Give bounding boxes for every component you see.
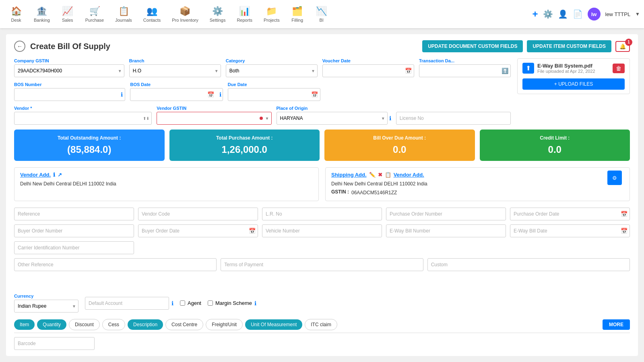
update-item-custom-fields-button[interactable]: UPDATE ITEM CUSTOM FIELDS bbox=[527, 40, 611, 52]
user-menu-chevron[interactable]: ▼ bbox=[635, 11, 640, 17]
carrier-id-input[interactable] bbox=[14, 241, 134, 254]
po-date-input[interactable] bbox=[510, 208, 630, 220]
default-account-info-icon[interactable]: ℹ bbox=[171, 300, 173, 306]
tab-itc-claim[interactable]: ITC claim bbox=[305, 319, 337, 330]
total-outstanding-value: (85,884.0) bbox=[21, 144, 158, 155]
tab-freight-unit[interactable]: Freight/Unit bbox=[206, 319, 243, 330]
transaction-date-upload-icon[interactable]: ⬆️ bbox=[502, 68, 508, 74]
branch-label: Branch bbox=[129, 58, 221, 63]
tab-item[interactable]: Item bbox=[14, 319, 35, 330]
extra-fields-row-3 bbox=[14, 258, 630, 271]
other-reference-input[interactable] bbox=[14, 258, 217, 271]
nav-contacts[interactable]: 👥 Contacts bbox=[138, 6, 166, 23]
credit-limit-value: 0.0 bbox=[486, 144, 624, 155]
tab-unit-of-measurement[interactable]: Unit Of Measurement bbox=[245, 319, 302, 330]
place-of-origin-info-icon[interactable]: ℹ bbox=[389, 115, 391, 121]
branch-select[interactable]: H.O bbox=[129, 64, 221, 77]
bos-date-label: BOS Date bbox=[130, 82, 223, 87]
nav-settings[interactable]: ⚙️ Settings bbox=[204, 6, 231, 23]
currency-select[interactable]: Indian Rupee bbox=[14, 300, 78, 313]
eway-bill-date-calendar-icon[interactable]: 📅 bbox=[621, 228, 627, 234]
nav-purchase[interactable]: 🛒 Purchase bbox=[80, 6, 109, 23]
desk-icon: 🏠 bbox=[11, 6, 22, 16]
due-date-calendar-icon[interactable]: 📅 bbox=[311, 91, 318, 98]
more-button[interactable]: MORE bbox=[603, 319, 630, 330]
vendor-input[interactable]: ASHISH bbox=[14, 112, 152, 125]
transaction-date-input-wrapper: 22/04/2022 ⬆️ bbox=[419, 64, 511, 77]
eway-bill-date-input[interactable] bbox=[510, 224, 630, 237]
add-button[interactable]: + bbox=[532, 8, 538, 20]
category-select[interactable]: Both bbox=[226, 64, 318, 77]
po-number-input[interactable] bbox=[386, 208, 506, 220]
nav-pro-inventory[interactable]: 📦 Pro Inventory bbox=[166, 6, 204, 23]
document-icon[interactable]: 📄 bbox=[573, 9, 583, 19]
tab-description[interactable]: Description bbox=[128, 319, 163, 330]
lr-no-input[interactable] bbox=[262, 208, 382, 220]
gear-icon[interactable]: ⚙️ bbox=[543, 9, 553, 19]
nav-reports[interactable]: 📊 Reports bbox=[231, 6, 258, 23]
barcode-input[interactable] bbox=[14, 337, 95, 350]
default-account-input[interactable] bbox=[85, 297, 169, 310]
nav-projects[interactable]: 📁 Projects bbox=[258, 6, 285, 23]
tab-discount[interactable]: Discount bbox=[69, 319, 100, 330]
place-of-origin-select[interactable]: HARYANA bbox=[277, 112, 388, 125]
transaction-date-input[interactable]: 22/04/2022 bbox=[419, 64, 511, 77]
tab-cess[interactable]: Cess bbox=[102, 319, 125, 330]
vendor-address-info-icon[interactable]: ℹ bbox=[53, 172, 55, 178]
nav-desk[interactable]: 🏠 Desk bbox=[4, 6, 28, 23]
nav-filling[interactable]: 🗂️ Filling bbox=[285, 6, 310, 23]
buyer-order-date-calendar-icon[interactable]: 📅 bbox=[249, 228, 256, 234]
license-no-input[interactable] bbox=[396, 112, 511, 125]
shipping-address-copy-icon[interactable]: 📋 bbox=[385, 172, 391, 178]
shipping-address-delete-icon[interactable]: ✖ bbox=[378, 172, 382, 178]
nav-filling-label: Filling bbox=[291, 18, 303, 23]
avatar-initials: lw bbox=[591, 11, 597, 17]
vendor-address-link[interactable]: Vendor Add. bbox=[20, 172, 51, 178]
company-gstin-select[interactable]: 29AADCK7940H000 bbox=[14, 64, 124, 77]
bos-number-group: BOS Number BOS/9382 ℹ bbox=[14, 82, 125, 101]
upload-files-button[interactable]: + UPLOAD FILES bbox=[522, 78, 625, 90]
due-date-input[interactable]: 02/05/2022 bbox=[228, 88, 320, 101]
bos-number-info-icon[interactable]: ℹ bbox=[121, 91, 123, 98]
form-row-2: BOS Number BOS/9382 ℹ BOS Date 22/04/202… bbox=[14, 82, 511, 101]
bos-number-input[interactable]: BOS/9382 bbox=[14, 88, 125, 101]
po-date-calendar-icon[interactable]: 📅 bbox=[621, 211, 627, 217]
custom-input[interactable] bbox=[427, 258, 630, 271]
vehicle-number-input[interactable] bbox=[262, 224, 382, 237]
currency-label: Currency bbox=[14, 294, 78, 298]
file-delete-button[interactable]: 🗑 bbox=[613, 64, 625, 73]
tab-cost-centre[interactable]: Cost Centre bbox=[165, 319, 203, 330]
settings-float-button[interactable]: ⚙ bbox=[607, 171, 622, 185]
vendor-group: Vendor * ASHISH ⬆⬇ bbox=[14, 106, 152, 125]
nav-journals[interactable]: 📋 Journals bbox=[109, 6, 138, 23]
nav-banking[interactable]: 🏦 Banking bbox=[28, 6, 56, 23]
terms-of-payment-input[interactable] bbox=[221, 258, 423, 271]
vendor-gstin-input[interactable]: 06AADCM5146R1ZZ bbox=[157, 112, 271, 125]
bos-date-info-icon[interactable]: ℹ bbox=[219, 91, 221, 98]
file-upload-icon[interactable]: ⬆ bbox=[522, 63, 534, 74]
people-icon[interactable]: 👤 bbox=[558, 9, 568, 19]
vendor-address-edit-icon[interactable]: ↗ bbox=[58, 172, 62, 178]
nav-purchase-label: Purchase bbox=[85, 18, 104, 23]
notification-button[interactable]: 🔔 1 bbox=[615, 41, 630, 52]
nav-bi[interactable]: 📉 BI bbox=[310, 6, 334, 23]
nav-sales[interactable]: 📈 Sales bbox=[56, 6, 80, 23]
update-document-custom-fields-button[interactable]: UPDATE DOCUMENT CUSTOM FIELDS bbox=[422, 40, 523, 52]
shipping-address-link[interactable]: Shipping Add. bbox=[331, 172, 367, 178]
vendor-add-link[interactable]: Vendor Add. bbox=[394, 172, 424, 178]
agent-checkbox[interactable] bbox=[180, 300, 185, 306]
buyer-order-number-input[interactable] bbox=[14, 224, 134, 237]
vendor-code-input[interactable] bbox=[138, 208, 258, 220]
tab-quantity[interactable]: Quantity bbox=[37, 319, 66, 330]
buyer-order-date-input[interactable] bbox=[138, 224, 258, 237]
reference-input[interactable] bbox=[14, 208, 134, 220]
voucher-date-calendar-icon[interactable]: 📅 bbox=[405, 68, 412, 74]
shipping-address-edit-icon[interactable]: ✏️ bbox=[369, 172, 376, 178]
margin-scheme-checkbox[interactable] bbox=[208, 300, 213, 306]
eway-bill-number-input[interactable] bbox=[386, 224, 506, 237]
bos-date-calendar-icon[interactable]: 📅 bbox=[207, 91, 214, 98]
voucher-date-input[interactable]: 22/04/2022 bbox=[322, 64, 414, 77]
margin-scheme-info-icon[interactable]: ℹ bbox=[254, 300, 256, 306]
user-avatar[interactable]: lw bbox=[588, 8, 601, 21]
back-button[interactable]: ← bbox=[14, 41, 25, 52]
